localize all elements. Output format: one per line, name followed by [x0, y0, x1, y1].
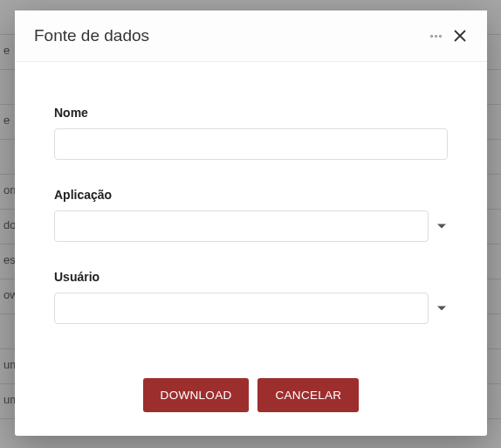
form-group-name: Nome [54, 106, 448, 160]
chevron-down-icon[interactable] [436, 302, 448, 314]
cancel-button[interactable]: CANCELAR [257, 378, 359, 412]
user-input[interactable] [54, 293, 429, 324]
form-group-application: Aplicação [54, 188, 448, 242]
form-group-user: Usuário [54, 270, 448, 324]
modal-footer: DOWNLOAD CANCELAR [15, 378, 487, 448]
user-label: Usuário [54, 270, 448, 284]
header-icons [430, 28, 468, 44]
name-input[interactable] [54, 128, 448, 160]
chevron-down-icon[interactable] [436, 220, 448, 232]
modal-title: Fonte de dados [34, 26, 149, 45]
download-button[interactable]: DOWNLOAD [143, 378, 250, 412]
name-label: Nome [54, 106, 448, 120]
modal-header: Fonte de dados [15, 10, 487, 62]
application-input[interactable] [54, 210, 429, 242]
modal-body: Nome Aplicação Usuário [15, 62, 487, 378]
more-icon[interactable] [430, 35, 442, 38]
close-icon[interactable] [452, 28, 468, 44]
application-label: Aplicação [54, 188, 448, 202]
modal-dialog: Fonte de dados Nome Aplicação [15, 10, 487, 436]
